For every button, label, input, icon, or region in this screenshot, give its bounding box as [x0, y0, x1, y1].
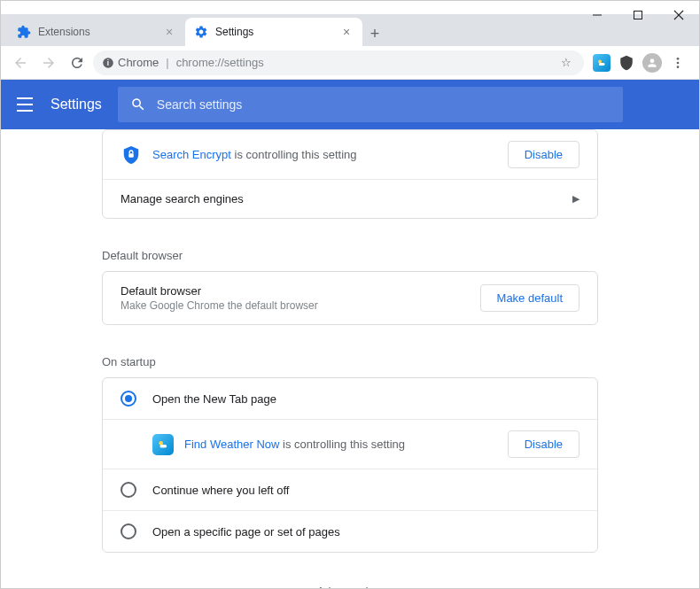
gear-icon [194, 25, 208, 39]
settings-content[interactable]: Search Encrypt is controlling this setti… [1, 129, 699, 588]
make-default-button[interactable]: Make default [480, 284, 579, 312]
row-subtitle: Make Google Chrome the default browser [121, 299, 470, 312]
tab-label: Extensions [38, 26, 90, 38]
notice-text: Find Weather Now is controlling this set… [184, 438, 497, 451]
default-browser-heading: Default browser [102, 233, 598, 271]
address-bar: iChrome | chrome://settings ☆ [1, 46, 699, 80]
omnibox[interactable]: iChrome | chrome://settings ☆ [93, 50, 584, 75]
bookmark-star-icon[interactable]: ☆ [557, 54, 575, 72]
omnibox-url: chrome://settings [176, 56, 264, 69]
forward-button[interactable] [36, 50, 61, 75]
tab-label: Settings [215, 26, 253, 38]
option-label: Open the New Tab page [152, 392, 276, 406]
extension-weather-icon[interactable] [593, 54, 611, 72]
close-tab-icon[interactable]: × [162, 25, 176, 39]
site-info-icon[interactable]: iChrome [102, 56, 159, 69]
svg-point-11 [159, 440, 163, 445]
shield-icon [121, 144, 142, 166]
disable-button[interactable]: Disable [508, 141, 579, 168]
back-button[interactable] [8, 50, 33, 75]
on-startup-heading: On startup [102, 339, 598, 377]
settings-search[interactable] [118, 87, 623, 122]
search-icon [130, 97, 146, 112]
extension-shield-icon[interactable] [618, 54, 635, 72]
default-browser-section: Default browser Make Google Chrome the d… [102, 271, 598, 325]
minimize-button[interactable] [577, 1, 618, 29]
manage-search-engines-row[interactable]: Manage search engines ▶ [103, 180, 597, 218]
chevron-right-icon: ▶ [572, 193, 579, 205]
svg-rect-10 [128, 153, 134, 158]
radio-selected-icon[interactable] [121, 391, 136, 407]
reload-button[interactable] [65, 50, 89, 75]
origin-label: Chrome [118, 56, 159, 69]
option-label: Open a specific page or set of pages [152, 525, 340, 539]
close-window-button[interactable] [658, 1, 699, 29]
svg-point-8 [677, 61, 680, 64]
profile-avatar[interactable] [642, 53, 662, 73]
find-weather-notice: Find Weather Now is controlling this set… [103, 420, 597, 469]
new-tab-button[interactable]: + [362, 21, 387, 46]
svg-text:i: i [107, 58, 109, 66]
find-weather-link[interactable]: Find Weather Now [184, 438, 279, 451]
startup-option-specific[interactable]: Open a specific page or set of pages [103, 511, 597, 552]
settings-search-input[interactable] [157, 97, 611, 112]
startup-option-continue[interactable]: Continue where you left off [103, 469, 597, 511]
search-encrypt-link[interactable]: Search Encrypt [152, 148, 231, 161]
svg-point-9 [677, 66, 680, 68]
hamburger-icon[interactable] [17, 96, 35, 113]
maximize-button[interactable] [618, 1, 658, 29]
svg-point-6 [598, 59, 602, 63]
settings-header: Settings [1, 80, 699, 129]
toolbar-actions [587, 53, 692, 73]
tab-extensions[interactable]: Extensions × [8, 18, 185, 46]
advanced-label: Advanced [317, 585, 369, 588]
close-tab-icon[interactable]: × [339, 25, 354, 39]
startup-option-newtab[interactable]: Open the New Tab page [103, 378, 597, 420]
notice-text: Search Encrypt is controlling this setti… [152, 148, 497, 161]
radio-icon[interactable] [121, 482, 136, 498]
disable-button[interactable]: Disable [508, 430, 579, 458]
puzzle-icon [17, 25, 31, 39]
search-engine-section: Search Encrypt is controlling this setti… [102, 129, 598, 219]
svg-rect-1 [634, 12, 642, 19]
window-controls [577, 1, 699, 29]
on-startup-section: Open the New Tab page Find Weather Now i… [102, 377, 598, 553]
row-label: Manage search engines [121, 192, 244, 205]
kebab-menu-icon[interactable] [669, 54, 687, 72]
omnibox-sep: | [166, 56, 168, 69]
search-encrypt-notice: Search Encrypt is controlling this setti… [103, 130, 597, 180]
settings-title: Settings [51, 97, 102, 112]
radio-icon[interactable] [121, 523, 136, 539]
chevron-down-icon: ▾ [377, 585, 383, 588]
default-browser-row: Default browser Make Google Chrome the d… [103, 272, 597, 324]
option-label: Continue where you left off [152, 484, 289, 497]
svg-point-7 [677, 58, 680, 60]
tab-settings[interactable]: Settings × [185, 18, 362, 46]
advanced-toggle[interactable]: Advanced ▾ [102, 567, 598, 588]
weather-icon [152, 434, 174, 455]
row-title: Default browser [121, 284, 470, 298]
